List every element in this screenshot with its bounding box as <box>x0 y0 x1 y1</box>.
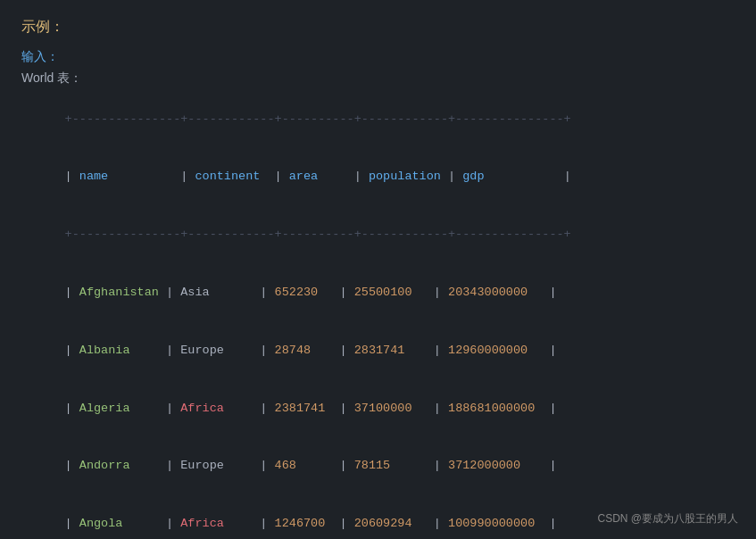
input-section: 输入： World 表： +---------------+----------… <box>21 49 735 539</box>
input-sep-top: +---------------+------------+----------… <box>65 112 571 126</box>
input-sep-mid: +---------------+------------+----------… <box>65 228 571 241</box>
input-header: | name | continent | area | population |… <box>65 170 571 183</box>
main-container: 示例： 输入： World 表： +---------------+------… <box>21 18 735 539</box>
input-row-5: | Angola | Africa | 1246700 | 20609294 |… <box>65 517 557 530</box>
page-title: 示例： <box>21 18 735 37</box>
input-row-4: | Andorra | Europe | 468 | 78115 | 37120… <box>65 459 557 472</box>
footer: CSDN @要成为八股王的男人 <box>597 511 738 527</box>
input-table: +---------------+------------+----------… <box>21 90 735 539</box>
input-row-2: | Albania | Europe | 28748 | 2831741 | 1… <box>65 344 557 357</box>
world-table-label: World 表： <box>21 70 735 87</box>
input-row-3: | Algeria | Africa | 2381741 | 37100000 … <box>65 402 557 415</box>
input-row-1: | Afghanistan | Asia | 652230 | 25500100… <box>65 286 557 299</box>
input-label: 输入： <box>21 49 735 65</box>
